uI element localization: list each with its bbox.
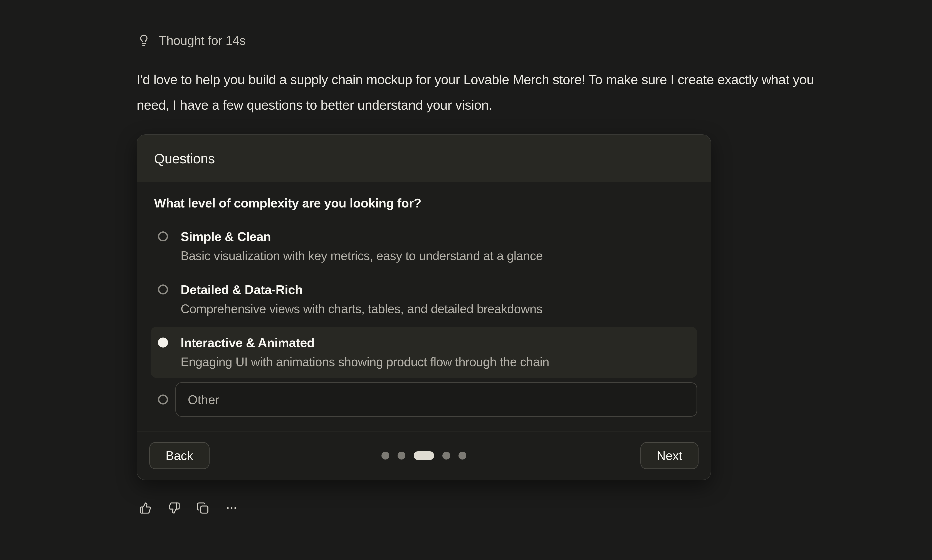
- card-title: Questions: [154, 151, 215, 166]
- radio-other[interactable]: [158, 394, 168, 405]
- pagination: [382, 451, 466, 460]
- next-button[interactable]: Next: [641, 442, 698, 469]
- copy-icon: [197, 502, 209, 514]
- option-description: Comprehensive views with charts, tables,…: [180, 299, 542, 318]
- option-title: Simple & Clean: [180, 227, 543, 246]
- pagination-dot: [442, 452, 450, 460]
- lightbulb-icon: [137, 34, 150, 47]
- back-button[interactable]: Back: [149, 442, 210, 469]
- option-other-row: [151, 379, 697, 417]
- card-footer: Back Next: [137, 431, 711, 480]
- questions-card: Questions What level of complexity are y…: [137, 134, 711, 480]
- radio-simple-clean[interactable]: [158, 231, 168, 242]
- pagination-dot: [382, 452, 389, 460]
- copy-button[interactable]: [197, 502, 209, 514]
- message-actions: [139, 502, 237, 514]
- pagination-dot: [397, 452, 405, 460]
- radio-interactive-animated[interactable]: [158, 337, 168, 348]
- pagination-dot: [459, 452, 466, 460]
- question-text: What level of complexity are you looking…: [154, 195, 697, 211]
- card-header: Questions: [137, 135, 711, 182]
- option-interactive-animated[interactable]: Interactive & Animated Engaging UI with …: [151, 327, 697, 378]
- other-input[interactable]: [176, 382, 697, 417]
- more-options-button[interactable]: [225, 502, 237, 514]
- thumbs-down-icon: [168, 502, 180, 514]
- option-detailed-data-rich[interactable]: Detailed & Data-Rich Comprehensive views…: [151, 274, 697, 325]
- thought-toggle[interactable]: Thought for 14s: [137, 33, 246, 48]
- assistant-message: I'd love to help you build a supply chai…: [137, 67, 829, 118]
- pagination-dot-active: [414, 451, 434, 460]
- options-list: Simple & Clean Basic visualization with …: [151, 220, 697, 378]
- radio-detailed-data-rich[interactable]: [158, 285, 168, 294]
- thumbs-up-button[interactable]: [139, 502, 151, 514]
- thought-label: Thought for 14s: [159, 33, 246, 48]
- option-description: Engaging UI with animations showing prod…: [180, 352, 549, 371]
- option-description: Basic visualization with key metrics, ea…: [180, 246, 543, 265]
- option-title: Interactive & Animated: [180, 333, 549, 352]
- card-body: What level of complexity are you looking…: [137, 182, 711, 431]
- ellipsis-icon: [225, 502, 237, 514]
- thumbs-down-button[interactable]: [168, 502, 180, 514]
- option-title: Detailed & Data-Rich: [180, 280, 542, 299]
- option-simple-clean[interactable]: Simple & Clean Basic visualization with …: [151, 220, 697, 272]
- thumbs-up-icon: [139, 502, 151, 514]
